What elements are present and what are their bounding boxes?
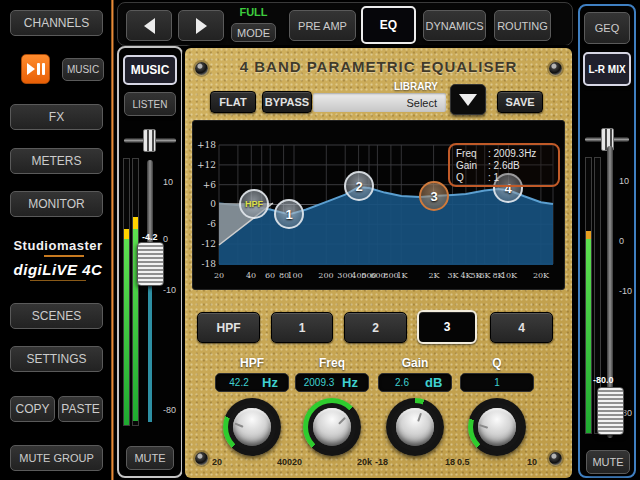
y-label-18: +18	[195, 140, 216, 150]
eq-node-2[interactable]: 2	[344, 171, 374, 201]
right-strip: GEQ L-R MIX 10 0 -10 -80 -80.0 MUTE	[578, 4, 636, 478]
left-fader-track-lower[interactable]	[148, 280, 152, 422]
freq-max: 20k	[357, 457, 372, 467]
library-select[interactable]: Select	[313, 93, 446, 112]
eq-node-hpf[interactable]: HPF	[239, 189, 269, 219]
sidebar-item-settings[interactable]: SETTINGS	[10, 346, 103, 372]
left-pan-handle[interactable]	[143, 129, 156, 152]
sidebar: CHANNELS MUSIC FX METERS MONITOR Studiom…	[0, 0, 112, 480]
model-logo: digiLiVE 4C	[8, 261, 108, 281]
tab-routing[interactable]: ROUTING	[494, 10, 551, 41]
band-button-2[interactable]: 2	[344, 312, 407, 343]
music-label: MUSIC	[67, 64, 99, 75]
copy-label: COPY	[15, 402, 49, 416]
q-knob[interactable]	[468, 398, 526, 456]
mute-group-button[interactable]: MUTE GROUP	[10, 445, 103, 471]
sidebar-item-monitor[interactable]: MONITOR	[10, 191, 103, 217]
mute-group-label: MUTE GROUP	[19, 452, 94, 464]
eq-node-3[interactable]: 3	[419, 181, 449, 211]
channel-name-button[interactable]: MUSIC	[123, 55, 177, 85]
eq-node-1[interactable]: 1	[274, 199, 304, 229]
band-button-3[interactable]: 3	[417, 310, 477, 344]
geq-button[interactable]: GEQ	[584, 12, 630, 44]
hpf-knob[interactable]	[223, 398, 281, 456]
control-freq: Freq 2009.3Hz 20 20k	[290, 356, 374, 470]
info-gain-row: Gain: 2.6dB	[456, 160, 552, 172]
right-scale-minus10: -10	[619, 286, 637, 296]
screw-bottom-right	[549, 452, 562, 465]
x-label-6k: 6K	[479, 271, 490, 280]
gain-max: 18	[445, 457, 455, 467]
play-pause-button[interactable]	[21, 54, 50, 84]
arrow-left-icon	[144, 18, 155, 34]
y-label-12: +12	[195, 160, 216, 170]
fx-label: FX	[49, 110, 64, 124]
copy-button[interactable]: COPY	[10, 396, 55, 422]
band-3-label: 3	[444, 320, 451, 334]
prev-channel-button[interactable]	[126, 10, 172, 41]
flat-button[interactable]: FLAT	[210, 91, 256, 113]
band-button-1[interactable]: 1	[271, 312, 333, 343]
sidebar-item-fx[interactable]: FX	[10, 104, 103, 130]
sidebar-item-scenes[interactable]: SCENES	[10, 303, 103, 329]
eq-graph[interactable]: +18 +12 +6 0 -6 -12 -18 20 40 60 80 100 …	[192, 120, 565, 290]
tab-pre-amp[interactable]: PRE AMP	[289, 10, 356, 41]
hpf-display: 42.2Hz	[215, 373, 289, 392]
left-scale-minus80: -80	[163, 405, 181, 415]
sidebar-item-meters[interactable]: METERS	[10, 148, 103, 174]
band-button-hpf[interactable]: HPF	[197, 312, 260, 343]
monitor-label: MONITOR	[28, 197, 84, 211]
right-fader-value: -80.0	[593, 375, 614, 385]
q-min: 0.5	[457, 457, 470, 467]
tab-dynamics[interactable]: DYNAMICS	[423, 10, 486, 41]
hpf-control-label: HPF	[210, 356, 294, 370]
sidebar-item-channels[interactable]: CHANNELS	[10, 10, 103, 36]
control-q: Q 1 0.5 10	[455, 356, 539, 470]
tab-eq[interactable]: EQ	[361, 6, 416, 44]
topbar: FULL MODE PRE AMP EQ DYNAMICS ROUTING	[117, 2, 573, 46]
paste-label: PASTE	[61, 402, 99, 416]
mode-button[interactable]: MODE	[231, 23, 276, 42]
channel-strip: MUSIC LISTEN 10 0 -10 -80 -4.2 MUTE	[117, 46, 183, 478]
mode-label: MODE	[237, 27, 270, 39]
meters-label: METERS	[31, 154, 81, 168]
settings-label: SETTINGS	[26, 352, 86, 366]
eq-label: EQ	[380, 18, 397, 32]
band-2-label: 2	[372, 321, 379, 335]
sidebar-divider	[111, 0, 114, 480]
freq-knob[interactable]	[303, 398, 361, 456]
band-4-label: 4	[518, 321, 525, 335]
q-max: 10	[527, 457, 537, 467]
gain-min: -18	[375, 457, 388, 467]
q-value: 1	[461, 377, 533, 388]
right-fader-handle[interactable]	[597, 387, 624, 435]
library-dropdown-button[interactable]	[450, 84, 486, 115]
q-control-label: Q	[455, 356, 539, 370]
x-label-300: 300	[337, 271, 352, 280]
gain-knob[interactable]	[386, 398, 444, 456]
right-scale-0: 0	[619, 236, 637, 246]
right-mute-button[interactable]: MUTE	[586, 450, 630, 474]
scenes-label: SCENES	[32, 309, 81, 323]
lr-mix-button[interactable]: L-R MIX	[583, 52, 631, 86]
listen-button[interactable]: LISTEN	[124, 92, 176, 116]
hpf-value: 42.2	[216, 377, 262, 388]
left-mute-button[interactable]: MUTE	[126, 446, 174, 470]
right-scale-10: 10	[619, 176, 637, 186]
band-button-4[interactable]: 4	[490, 312, 553, 343]
left-fader-handle[interactable]	[137, 242, 164, 286]
sidebar-item-music[interactable]: MUSIC	[62, 58, 104, 81]
gain-control-label: Gain	[373, 356, 457, 370]
y-label-6: +6	[195, 180, 216, 190]
dynamics-label: DYNAMICS	[425, 20, 483, 32]
channels-label: CHANNELS	[24, 16, 89, 30]
next-channel-button[interactable]	[178, 10, 224, 41]
left-meter-1-peak	[124, 229, 129, 239]
x-label-20: 20	[214, 271, 224, 280]
save-button[interactable]: SAVE	[497, 91, 543, 113]
left-meter-1-green	[124, 239, 129, 425]
freq-control-label: Freq	[290, 356, 374, 370]
bypass-button[interactable]: BYPASS	[262, 91, 312, 113]
paste-button[interactable]: PASTE	[58, 396, 103, 422]
left-fader-value: -4.2	[142, 232, 158, 242]
